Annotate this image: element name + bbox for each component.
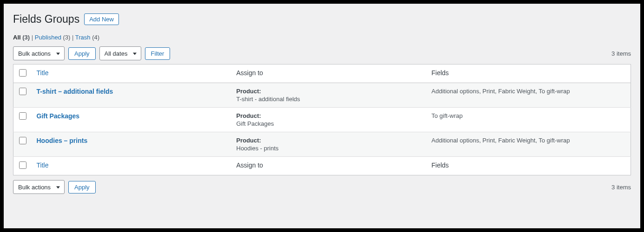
add-new-button[interactable]: Add New [84, 13, 119, 25]
row-title-link[interactable]: Gift Packages [37, 112, 80, 120]
column-footer-title[interactable]: Title [32, 157, 232, 175]
page-title: Fields Groups [13, 13, 79, 26]
select-all-checkbox-bottom[interactable] [19, 161, 26, 169]
column-footer-assign-to: Assign to [232, 157, 427, 175]
filter-button[interactable]: Filter [145, 47, 171, 60]
assign-key: Product: [237, 137, 422, 144]
column-header-assign-to: Assign to [232, 64, 427, 83]
row-fields: Additional options, Print, Fabric Weight… [432, 88, 626, 95]
row-fields: To gift-wrap [432, 112, 626, 119]
table-row: Gift Packages Product: Gift Packages To … [13, 108, 631, 132]
apply-bulk-button-bottom[interactable]: Apply [68, 181, 96, 193]
table-row: T-shirt – additional fields Product: T-s… [13, 83, 631, 108]
admin-wrap: Fields Groups Add New All (3) | Publishe… [4, 4, 640, 228]
column-header-title[interactable]: Title [32, 64, 232, 83]
row-checkbox[interactable] [19, 112, 26, 120]
assign-key: Product: [237, 112, 422, 119]
header-row: Fields Groups Add New [13, 13, 631, 26]
row-fields: Additional options, Print, Fabric Weight… [432, 137, 626, 144]
column-header-fields: Fields [427, 64, 631, 83]
assign-value: T-shirt - additional fields [237, 96, 422, 103]
row-checkbox[interactable] [19, 88, 26, 95]
tablenav-bottom: Bulk actions Apply 3 items [13, 180, 631, 194]
select-all-footer [13, 157, 32, 175]
row-checkbox[interactable] [19, 137, 26, 144]
filter-all-link[interactable]: All (3) [13, 34, 30, 41]
status-filter-links: All (3) | Published (3) | Trash (4) [13, 34, 631, 41]
bulk-actions-select-wrap-bottom: Bulk actions [13, 180, 65, 194]
items-count-top: 3 items [611, 50, 631, 57]
tablenav-top: Bulk actions Apply All dates Filter 3 it… [13, 46, 631, 60]
select-all-checkbox-top[interactable] [19, 69, 26, 77]
assign-value: Hoodies - prints [237, 145, 422, 152]
tablenav-actions-bottom: Bulk actions Apply [13, 180, 96, 194]
apply-bulk-button[interactable]: Apply [68, 47, 96, 60]
fields-groups-table: Title Assign to Fields T-shirt – additio… [13, 64, 631, 175]
bulk-actions-select-wrap: Bulk actions [13, 46, 65, 60]
filter-trash-link[interactable]: Trash (4) [75, 34, 99, 41]
bulk-actions-select[interactable]: Bulk actions [13, 46, 65, 60]
table-row: Hoodies – prints Product: Hoodies - prin… [13, 132, 631, 157]
items-count-bottom: 3 items [611, 184, 631, 191]
select-all-header [13, 64, 32, 83]
row-title-link[interactable]: Hoodies – prints [37, 137, 88, 144]
assign-value: Gift Packages [237, 120, 422, 127]
assign-key: Product: [237, 88, 422, 95]
column-footer-fields: Fields [427, 157, 631, 175]
date-filter-select[interactable]: All dates [99, 46, 141, 60]
filter-published-link[interactable]: Published (3) [35, 34, 71, 41]
bulk-actions-select-bottom[interactable]: Bulk actions [13, 180, 65, 194]
row-title-link[interactable]: T-shirt – additional fields [37, 88, 113, 95]
tablenav-actions: Bulk actions Apply All dates Filter [13, 46, 170, 60]
date-filter-select-wrap: All dates [99, 46, 141, 60]
